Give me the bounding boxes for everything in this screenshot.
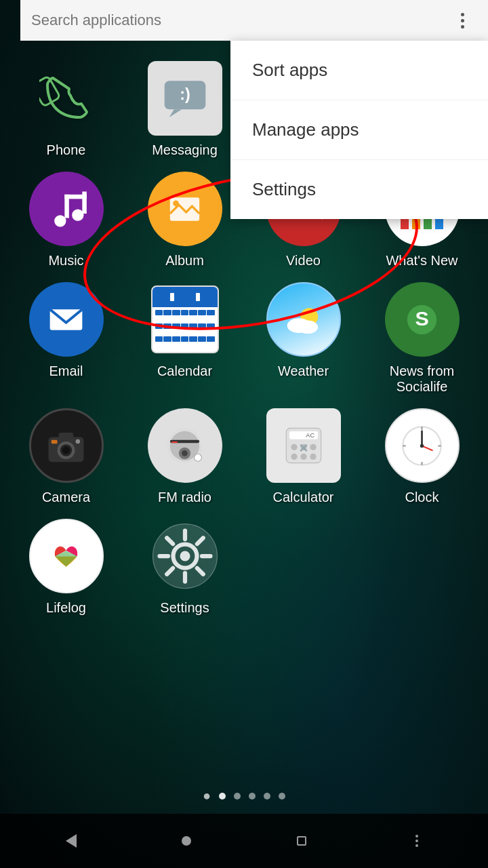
- email-label: Email: [49, 363, 83, 379]
- svg-text:S: S: [415, 307, 428, 330]
- settings-item[interactable]: Settings: [230, 160, 488, 219]
- page-dot-1[interactable]: [219, 793, 226, 800]
- camera-icon: [29, 408, 104, 483]
- phone-icon: [29, 61, 104, 136]
- svg-rect-8: [64, 194, 86, 199]
- news-icon: S: [385, 282, 460, 357]
- overflow-menu-button[interactable]: [447, 5, 477, 35]
- overflow-icon: [415, 835, 418, 847]
- app-phone[interactable]: Phone: [12, 61, 121, 158]
- app-calculator[interactable]: AC Calculator: [249, 408, 358, 505]
- music-icon: [29, 172, 104, 246]
- app-empty4: [368, 519, 476, 616]
- svg-point-26: [62, 446, 70, 454]
- svg-point-40: [310, 444, 316, 450]
- app-settings[interactable]: Settings: [131, 519, 239, 616]
- fmradio-label: FM radio: [158, 490, 211, 505]
- svg-point-38: [291, 444, 297, 450]
- bottom-navigation: [0, 814, 488, 868]
- svg-point-10: [173, 200, 179, 206]
- svg-point-41: [291, 454, 297, 460]
- svg-point-42: [300, 454, 306, 460]
- album-icon: [148, 172, 222, 246]
- settings-label: Settings: [160, 600, 209, 616]
- svg-point-50: [420, 443, 424, 447]
- app-empty3: [249, 519, 358, 616]
- app-row-5: Lifelog: [7, 519, 481, 616]
- nav-overflow-button[interactable]: [396, 821, 437, 861]
- empty-icon-3: [266, 519, 341, 593]
- svg-point-5: [72, 209, 83, 220]
- empty-icon-4: [385, 519, 460, 593]
- svg-marker-3: [169, 109, 182, 117]
- recents-icon: [297, 836, 306, 846]
- clock-icon: [385, 408, 460, 483]
- app-album[interactable]: Album: [131, 172, 239, 269]
- svg-rect-28: [52, 439, 58, 443]
- svg-rect-23: [59, 433, 74, 439]
- search-input[interactable]: [31, 12, 447, 29]
- svg-text:AC: AC: [306, 432, 314, 439]
- svg-point-4: [54, 215, 66, 226]
- three-dot-icon: [461, 13, 464, 28]
- nav-recents-button[interactable]: [281, 821, 322, 861]
- app-weather[interactable]: Weather: [249, 282, 358, 395]
- calculator-icon: AC: [266, 408, 341, 483]
- clock-label: Clock: [405, 490, 439, 505]
- camera-label: Camera: [42, 490, 90, 505]
- album-label: Album: [165, 253, 204, 269]
- fmradio-icon: [148, 408, 222, 483]
- video-label: Video: [286, 253, 321, 269]
- app-row-4: Camera FM radio: [7, 408, 481, 505]
- page-dot-3[interactable]: [249, 793, 256, 800]
- lifelog-icon: [29, 519, 104, 593]
- sort-apps-item[interactable]: Sort apps: [230, 41, 488, 100]
- app-fmradio[interactable]: FM radio: [131, 408, 239, 505]
- calendar-icon-detail: [151, 285, 219, 353]
- nav-home-button[interactable]: [166, 821, 207, 861]
- app-music[interactable]: Music: [12, 172, 121, 269]
- app-camera[interactable]: Camera: [12, 408, 121, 505]
- app-messaging[interactable]: :) Messaging: [131, 61, 239, 158]
- lifelog-label: Lifelog: [46, 600, 86, 616]
- page-dot-4[interactable]: [264, 793, 270, 800]
- svg-rect-32: [171, 441, 178, 443]
- svg-rect-15: [170, 293, 174, 301]
- news-label: News from Socialife: [368, 363, 476, 395]
- back-icon: [66, 834, 77, 848]
- app-clock[interactable]: Clock: [368, 408, 476, 505]
- app-lifelog[interactable]: Lifelog: [12, 519, 121, 616]
- svg-point-57: [180, 551, 190, 561]
- search-indicator: ●: [203, 788, 211, 804]
- messaging-label: Messaging: [152, 142, 218, 158]
- search-bar: [20, 0, 488, 41]
- app-calendar[interactable]: Calendar: [131, 282, 239, 395]
- svg-point-27: [76, 439, 81, 443]
- app-news[interactable]: S News from Socialife: [368, 282, 476, 395]
- svg-text::): :): [180, 85, 190, 103]
- app-email[interactable]: Email: [12, 282, 121, 395]
- cal-body: [152, 307, 218, 352]
- messaging-icon: :): [148, 61, 222, 136]
- settings-icon: [148, 519, 222, 593]
- whatsnew-label: What's New: [386, 253, 458, 269]
- email-icon: [29, 282, 104, 357]
- cal-header: [152, 287, 218, 307]
- page-dot-5[interactable]: [279, 793, 285, 800]
- music-label: Music: [48, 253, 83, 269]
- app-row-3: Email Calend: [7, 282, 481, 395]
- weather-label: Weather: [278, 363, 329, 379]
- calendar-label: Calendar: [157, 363, 212, 379]
- nav-back-button[interactable]: [51, 821, 92, 861]
- phone-label: Phone: [47, 142, 86, 158]
- calculator-label: Calculator: [272, 490, 333, 505]
- home-icon: [182, 836, 191, 846]
- svg-rect-16: [196, 293, 200, 301]
- svg-point-34: [182, 450, 188, 456]
- page-indicators: ●: [0, 788, 488, 804]
- dropdown-menu: Sort apps Manage apps Settings: [230, 41, 488, 219]
- manage-apps-item[interactable]: Manage apps: [230, 100, 488, 160]
- page-dot-2[interactable]: [234, 793, 241, 800]
- svg-point-43: [310, 454, 316, 460]
- weather-icon: [266, 282, 341, 357]
